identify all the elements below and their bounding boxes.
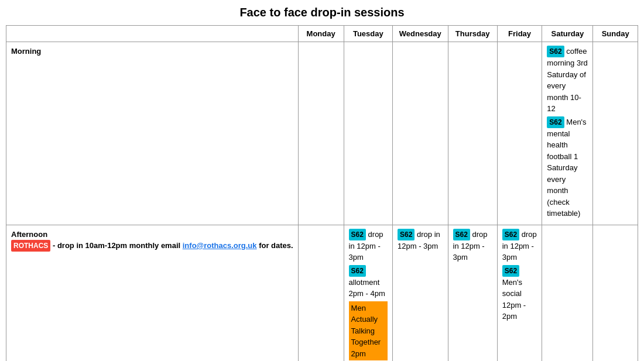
s62-badge: S62 <box>349 229 366 240</box>
morning-wednesday <box>393 42 448 225</box>
afternoon-friday: S62 drop in 12pm - 3pm S62 Men's social … <box>497 225 542 361</box>
period-afternoon: Afternoon ROTHACS - drop in 10am-12pm mo… <box>6 225 299 361</box>
col-header-empty <box>6 26 299 42</box>
afternoon-monday-content: Afternoon ROTHACS - drop in 10am-12pm mo… <box>11 229 293 252</box>
period-morning: Morning <box>6 42 299 225</box>
afternoon-label: Afternoon <box>11 230 47 239</box>
morning-tuesday <box>344 42 392 225</box>
table-row: Afternoon ROTHACS - drop in 10am-12pm mo… <box>6 225 638 361</box>
morning-sat-text-2: Men's mental health football 1 Saturday … <box>547 118 586 218</box>
rothacs-text: - drop in 10am-12pm monthly email <box>53 241 183 250</box>
afternoon-fri-text-2: Men's social 12pm - 2pm <box>502 278 526 321</box>
col-header-sunday: Sunday <box>593 26 638 42</box>
page-title: Face to face drop-in sessions <box>6 6 638 19</box>
afternoon-thu-item-1: S62 drop in 12pm - 3pm <box>453 229 492 263</box>
s62-badge: S62 <box>349 265 366 277</box>
col-header-tuesday: Tuesday <box>344 26 392 42</box>
afternoon-tue-item-1: S62 drop in 12pm - 3pm <box>349 229 388 263</box>
rothacs-badge: ROTHACS <box>11 240 50 252</box>
col-header-monday: Monday <box>298 26 344 42</box>
table-row: Morning S62 coffee morning 3rd Saturday … <box>6 42 638 225</box>
morning-saturday: S62 coffee morning 3rd Saturday of every… <box>542 42 593 225</box>
morning-sat-item-1: S62 coffee morning 3rd Saturday of every… <box>547 46 588 115</box>
col-header-thursday: Thursday <box>448 26 497 42</box>
afternoon-wednesday: S62 drop in 12pm - 3pm <box>393 225 448 361</box>
morning-friday <box>497 42 542 225</box>
matt-block: Men Actually Talking Together 2pm <box>349 301 388 361</box>
morning-thursday <box>448 42 497 225</box>
afternoon-tuesday: S62 drop in 12pm - 3pm S62 allotment 2pm… <box>344 225 392 361</box>
s62-badge: S62 <box>502 265 519 277</box>
s62-badge: S62 <box>547 116 564 128</box>
s62-badge: S62 <box>547 46 564 57</box>
col-header-wednesday: Wednesday <box>393 26 448 42</box>
afternoon-tue-item-2: S62 allotment 2pm - 4pm <box>349 265 388 300</box>
col-header-saturday: Saturday <box>542 26 593 42</box>
s62-badge: S62 <box>502 229 519 240</box>
afternoon-wed-item-1: S62 drop in 12pm - 3pm <box>398 229 443 252</box>
s62-badge: S62 <box>398 229 415 240</box>
col-header-friday: Friday <box>497 26 542 42</box>
rothacs-link-suffix: for dates. <box>259 241 293 250</box>
afternoon-monday <box>298 225 344 361</box>
s62-badge: S62 <box>453 229 470 240</box>
afternoon-sunday <box>593 225 638 361</box>
afternoon-saturday <box>542 225 593 361</box>
morning-monday <box>298 42 344 225</box>
rothacs-link[interactable]: info@rothacs.org.uk <box>183 241 257 250</box>
afternoon-thursday: S62 drop in 12pm - 3pm <box>448 225 497 361</box>
afternoon-tue-text-2: allotment 2pm - 4pm <box>349 278 385 298</box>
afternoon-fri-item-1: S62 drop in 12pm - 3pm <box>502 229 537 263</box>
morning-sat-item-2: S62 Men's mental health football 1 Satur… <box>547 116 588 219</box>
morning-sunday <box>593 42 638 225</box>
afternoon-fri-item-2: S62 Men's social 12pm - 2pm <box>502 265 537 322</box>
schedule-table: Monday Tuesday Wednesday Thursday Friday… <box>6 25 638 361</box>
afternoon-tue-item-3: Men Actually Talking Together 2pm <box>349 301 388 361</box>
